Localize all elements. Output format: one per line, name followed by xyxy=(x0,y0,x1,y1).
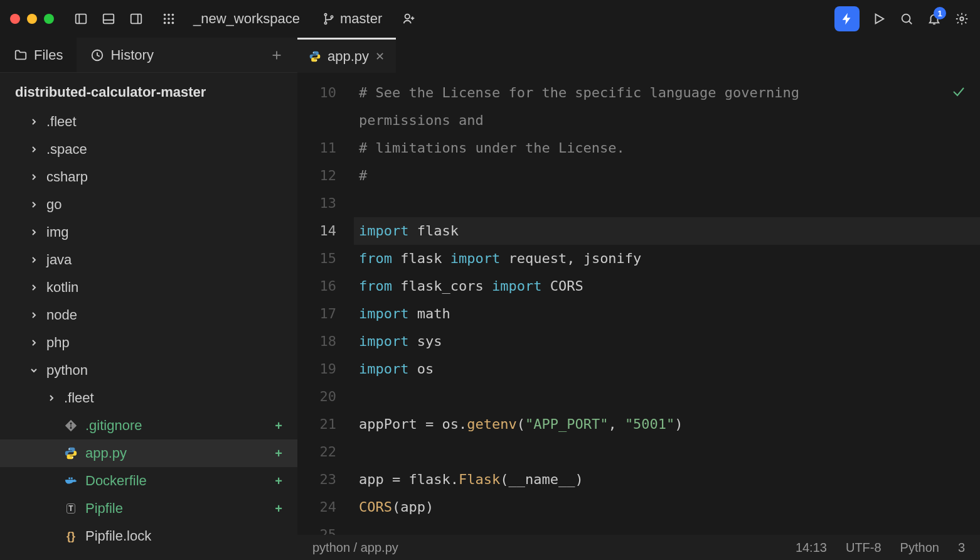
close-icon[interactable]: ✕ xyxy=(375,50,385,63)
code-content[interactable]: # See the License for the specific langu… xyxy=(354,73,980,535)
code-line[interactable]: import os xyxy=(354,355,980,383)
tree-item-Pipfile[interactable]: TPipfile+ xyxy=(0,495,297,522)
tree-item-label: app.py xyxy=(85,445,267,461)
notification-badge: 1 xyxy=(934,7,946,19)
apps-grid-icon[interactable] xyxy=(161,11,177,27)
tree-item-label: php xyxy=(46,335,286,351)
svg-line-23 xyxy=(909,21,912,24)
svg-point-9 xyxy=(164,18,166,20)
tree-item-app-py[interactable]: app.py+ xyxy=(0,439,297,467)
code-line[interactable] xyxy=(354,438,980,466)
tab-history[interactable]: History xyxy=(77,38,167,72)
tree-item-Dockerfile[interactable]: Dockerfile+ xyxy=(0,467,297,495)
bolt-button[interactable] xyxy=(834,6,860,31)
add-tab-icon[interactable] xyxy=(269,47,285,63)
tree-item-go[interactable]: go xyxy=(0,191,297,218)
line-number: 14 xyxy=(297,217,336,245)
window-close-button[interactable] xyxy=(10,14,20,24)
breadcrumb[interactable]: python / app.py xyxy=(312,541,398,555)
panel-left-icon[interactable] xyxy=(73,11,89,27)
window-minimize-button[interactable] xyxy=(27,14,37,24)
encoding[interactable]: UTF-8 xyxy=(846,541,881,555)
indent-size[interactable]: 3 xyxy=(958,541,965,555)
sidebar-tabs: Files History xyxy=(0,38,297,73)
editor-body[interactable]: 10111213141516171819202122232425 # See t… xyxy=(297,73,980,535)
svg-point-13 xyxy=(168,22,170,24)
tree-item-python[interactable]: python xyxy=(0,357,297,384)
panel-right-icon[interactable] xyxy=(128,11,144,27)
tree-item--space[interactable]: .space xyxy=(0,136,297,163)
code-line[interactable]: import math xyxy=(354,300,980,328)
chevron-icon xyxy=(29,284,39,291)
gutter: 10111213141516171819202122232425 xyxy=(297,73,354,535)
json-icon: {} xyxy=(64,529,78,543)
code-line[interactable]: CORS(app) xyxy=(354,493,980,521)
code-line[interactable] xyxy=(354,521,980,535)
search-icon[interactable] xyxy=(898,11,915,27)
svg-point-14 xyxy=(172,22,174,24)
chevron-icon xyxy=(29,311,39,319)
toml-icon: T xyxy=(64,502,78,515)
language-mode[interactable]: Python xyxy=(900,541,939,555)
code-line[interactable]: # See the License for the specific langu… xyxy=(354,79,980,107)
svg-point-32 xyxy=(72,457,73,458)
tree-item-label: java xyxy=(46,252,286,268)
run-icon[interactable] xyxy=(871,11,887,27)
line-number: 10 xyxy=(297,79,336,107)
code-line[interactable]: # xyxy=(354,162,980,190)
tree-item-label: Pipfile xyxy=(85,500,267,517)
svg-point-6 xyxy=(164,14,166,16)
tree-item-Pipfile-lock[interactable]: {}Pipfile.lock xyxy=(0,522,297,550)
tab-history-label: History xyxy=(110,47,153,63)
chevron-icon xyxy=(29,229,39,236)
tree-item--fleet[interactable]: .fleet xyxy=(0,384,297,412)
cursor-position[interactable]: 14:13 xyxy=(796,541,827,555)
code-line[interactable]: import flask xyxy=(354,217,980,245)
tab-files[interactable]: Files xyxy=(0,38,77,72)
titlebar: _new_workspace master 1 xyxy=(0,0,980,38)
add-user-icon[interactable] xyxy=(401,11,417,27)
line-number: 11 xyxy=(297,134,336,162)
line-number: 15 xyxy=(297,245,336,272)
branch-selector[interactable]: master xyxy=(322,11,382,27)
code-line[interactable]: # limitations under the License. xyxy=(354,134,980,162)
code-line[interactable]: permissions and xyxy=(354,107,980,134)
svg-rect-4 xyxy=(131,14,142,24)
editor-tabs: app.py ✕ xyxy=(297,38,980,73)
line-number: 13 xyxy=(297,190,336,217)
code-line[interactable]: app = flask.Flask(__name__) xyxy=(354,466,980,493)
svg-point-17 xyxy=(331,16,333,18)
notifications-button[interactable]: 1 xyxy=(926,11,942,27)
code-line[interactable]: from flask_cors import CORS xyxy=(354,272,980,300)
editor-tab-label: app.py xyxy=(328,48,369,65)
tree-item-img[interactable]: img xyxy=(0,218,297,246)
code-line[interactable] xyxy=(354,190,980,217)
tree-item-csharp[interactable]: csharp xyxy=(0,163,297,191)
tree-item-node[interactable]: node xyxy=(0,301,297,329)
line-number: 21 xyxy=(297,411,336,438)
svg-point-38 xyxy=(313,51,314,53)
code-line[interactable]: import sys xyxy=(354,328,980,355)
chevron-icon xyxy=(29,339,39,347)
window-maximize-button[interactable] xyxy=(44,14,54,24)
line-number: 24 xyxy=(297,493,336,521)
statusbar: python / app.py 14:13 UTF-8 Python 3 xyxy=(297,535,980,560)
line-number: 22 xyxy=(297,438,336,466)
tree-item-php[interactable]: php xyxy=(0,329,297,357)
tree-item--fleet[interactable]: .fleet xyxy=(0,108,297,136)
chevron-icon xyxy=(29,367,39,374)
svg-point-18 xyxy=(405,14,410,19)
panel-bottom-icon[interactable] xyxy=(100,11,117,27)
settings-icon[interactable] xyxy=(954,11,970,27)
tree-item--gitignore[interactable]: .gitignore+ xyxy=(0,412,297,439)
tree-item-java[interactable]: java xyxy=(0,246,297,274)
code-line[interactable]: appPort = os.getenv("APP_PORT", "5001") xyxy=(354,411,980,438)
editor-tab-app-py[interactable]: app.py ✕ xyxy=(297,38,396,73)
tree-item-kotlin[interactable]: kotlin xyxy=(0,274,297,301)
code-line[interactable]: from flask import request, jsonify xyxy=(354,245,980,272)
tree-item-label: Dockerfile xyxy=(85,473,267,489)
code-line[interactable] xyxy=(354,383,980,411)
chevron-icon xyxy=(29,256,39,264)
project-name[interactable]: distributed-calculator-master xyxy=(0,73,297,108)
workspace-name[interactable]: _new_workspace xyxy=(193,11,300,27)
